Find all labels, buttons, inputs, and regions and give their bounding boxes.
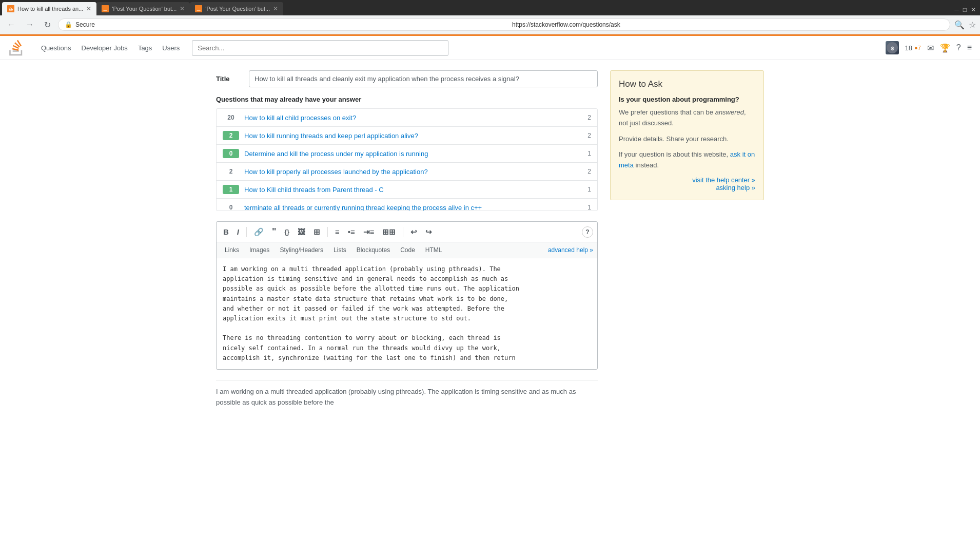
para3-suffix: instead. xyxy=(634,161,659,169)
lock-icon: 🔒 xyxy=(65,21,72,28)
similar-link-3[interactable]: Determine and kill the process under my … xyxy=(244,150,582,158)
similar-item-4: 2 How to kill properly all processes lau… xyxy=(217,163,597,181)
similar-item-2: 2 How to kill running threads and keep p… xyxy=(217,127,597,145)
how-to-ask-links: visit the help center » asking help » xyxy=(619,176,755,192)
how-to-ask-para2: Provide details. Share your research. xyxy=(619,134,755,145)
vote-6: 0 xyxy=(223,203,239,211)
preview-section: I am working on a multi threaded applica… xyxy=(216,380,598,408)
indent-button[interactable]: ⇥≡ xyxy=(361,226,377,238)
redo-button[interactable]: ↪ xyxy=(423,226,435,238)
code-button[interactable]: {} xyxy=(282,227,292,237)
svg-rect-1 xyxy=(102,5,109,12)
how-to-ask-question: Is your question about programming? xyxy=(619,95,755,103)
nav-tags[interactable]: Tags xyxy=(134,41,156,55)
para3-prefix: If your question is about this website, xyxy=(619,150,730,158)
editor-tab-blockquotes[interactable]: Blockquotes xyxy=(352,244,394,256)
vote-4: 2 xyxy=(223,167,239,176)
back-button[interactable]: ← xyxy=(4,19,18,30)
tab-close-3[interactable]: ✕ xyxy=(273,5,278,12)
svg-rect-0 xyxy=(7,5,14,12)
similar-link-6[interactable]: terminate all threads or currently runni… xyxy=(244,204,582,212)
editor-text: I am working on a multi threaded applica… xyxy=(223,264,591,363)
browser-tab-1[interactable]: How to kill all threads an... ✕ xyxy=(2,2,96,15)
grid-button[interactable]: ⊞⊞ xyxy=(380,226,398,238)
main-content: Title Questions that may already have yo… xyxy=(216,70,598,408)
advanced-help-link[interactable]: advanced help » xyxy=(548,246,593,254)
title-label: Title xyxy=(216,75,237,83)
maximize-icon[interactable]: □ xyxy=(963,6,967,13)
url-text: https://stackoverflow.com/questions/ask xyxy=(512,21,944,28)
similar-questions-list: 20 How to kill all child processes on ex… xyxy=(216,108,598,211)
search-input[interactable] xyxy=(192,40,448,56)
undo-button[interactable]: ↩ xyxy=(408,226,420,238)
score-5: 1 xyxy=(587,186,591,193)
secure-label: Secure xyxy=(75,21,507,28)
rep-badge: ●7 xyxy=(914,45,921,51)
editor-tab-html[interactable]: HTML xyxy=(421,244,446,256)
editor-tab-images[interactable]: Images xyxy=(245,244,273,256)
nav-questions[interactable]: Questions xyxy=(37,41,75,55)
similar-item-6: 0 terminate all threads or currently run… xyxy=(217,199,597,211)
similar-item-1: 20 How to kill all child processes on ex… xyxy=(217,109,597,127)
reload-button[interactable]: ↻ xyxy=(41,19,54,31)
tab-favicon-1 xyxy=(7,5,14,12)
tab-title-2: 'Post Your Question' but... xyxy=(112,6,177,12)
similar-heading: Questions that may already have your ans… xyxy=(216,95,598,103)
so-logo[interactable] xyxy=(8,40,25,56)
similar-link-5[interactable]: How to Kill child threads from Parent th… xyxy=(244,186,582,194)
forward-button[interactable]: → xyxy=(23,19,37,30)
editor-tab-styling[interactable]: Styling/Headers xyxy=(276,244,327,256)
similar-link-2[interactable]: How to kill running threads and keep per… xyxy=(244,132,582,140)
italic-button[interactable]: I xyxy=(234,226,242,238)
toolbar-divider-2 xyxy=(327,227,328,237)
similar-link-4[interactable]: How to kill properly all processes launc… xyxy=(244,168,582,176)
bold-button[interactable]: B xyxy=(221,226,231,238)
similar-item-5: 1 How to Kill child threads from Parent … xyxy=(217,181,597,199)
editor-tab-lists[interactable]: Lists xyxy=(329,244,350,256)
title-section: Title xyxy=(216,70,598,87)
title-input[interactable] xyxy=(249,70,598,87)
user-avatar[interactable]: ⚙ xyxy=(886,41,899,54)
browser-tab-3[interactable]: 'Post Your Question' but... ✕ xyxy=(190,2,283,15)
bookmark-icon[interactable]: ☆ xyxy=(969,20,976,30)
editor-container: B I 🔗 " {} 🖼 ⊞ ≡ •≡ ⇥≡ ⊞⊞ ↩ ↪ ? Links xyxy=(216,221,598,370)
hamburger-icon[interactable]: ≡ xyxy=(967,43,972,52)
editor-body[interactable]: I am working on a multi threaded applica… xyxy=(217,258,597,369)
toolbar-divider-3 xyxy=(403,227,403,237)
score-6: 1 xyxy=(587,204,591,211)
similar-link-1[interactable]: How to kill all child processes on exit? xyxy=(244,114,582,122)
image-button[interactable]: 🖼 xyxy=(295,226,308,238)
score-2: 2 xyxy=(587,132,591,139)
editor-toolbar-top: B I 🔗 " {} 🖼 ⊞ ≡ •≡ ⇥≡ ⊞⊞ ↩ ↪ ? xyxy=(217,222,597,242)
ordered-list-button[interactable]: ≡ xyxy=(332,226,342,238)
vote-3: 0 xyxy=(223,149,239,158)
close-window-icon[interactable]: ✕ xyxy=(971,6,976,13)
preview-text: I am working on a multi threaded applica… xyxy=(216,387,598,408)
toolbar-divider-1 xyxy=(246,227,247,237)
minimize-icon[interactable]: ─ xyxy=(954,6,959,13)
address-bar[interactable]: 🔒 Secure https://stackoverflow.com/quest… xyxy=(58,18,950,31)
editor-tab-links[interactable]: Links xyxy=(221,244,243,256)
how-to-ask-title: How to Ask xyxy=(619,79,755,89)
help-center-link[interactable]: visit the help center » xyxy=(619,176,755,184)
blockquote-button[interactable]: " xyxy=(269,225,279,239)
how-to-ask-para1: We prefer questions that can be answered… xyxy=(619,107,755,129)
editor-help-button[interactable]: ? xyxy=(582,226,593,238)
tab-close-2[interactable]: ✕ xyxy=(180,5,185,12)
browser-tab-2[interactable]: 'Post Your Question' but... ✕ xyxy=(96,2,190,15)
nav-developer-jobs[interactable]: Developer Jobs xyxy=(77,41,132,55)
trophy-icon[interactable]: 🏆 xyxy=(940,43,950,53)
tab-close-1[interactable]: ✕ xyxy=(86,5,91,12)
how-to-ask-box: How to Ask Is your question about progra… xyxy=(610,70,764,200)
editor-tab-code[interactable]: Code xyxy=(396,244,419,256)
main-container: Title Questions that may already have yo… xyxy=(208,60,772,418)
unordered-list-button[interactable]: •≡ xyxy=(345,226,358,238)
nav-users[interactable]: Users xyxy=(158,41,184,55)
inbox-icon[interactable]: ✉ xyxy=(927,43,934,53)
vote-1: 20 xyxy=(223,113,239,122)
table-button[interactable]: ⊞ xyxy=(311,226,323,238)
asking-help-link[interactable]: asking help » xyxy=(619,184,755,192)
search-icon[interactable]: 🔍 xyxy=(954,20,965,30)
help-icon[interactable]: ? xyxy=(956,43,961,52)
link-button[interactable]: 🔗 xyxy=(251,226,266,238)
